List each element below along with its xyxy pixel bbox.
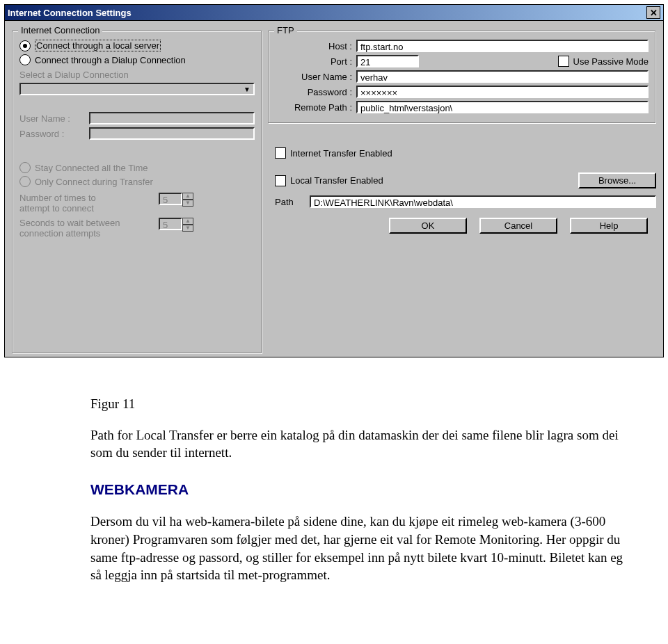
radio-label: Connect through a Dialup Connection	[35, 55, 186, 65]
group-legend: Internet Connection	[18, 25, 102, 35]
radio-dialup-row[interactable]: Connect through a Dialup Connection	[19, 54, 255, 65]
wait-label-1: Seconds to wait between	[19, 218, 159, 228]
ftp-group: FTP Host : ftp.start.no Port : 21 Use Pa…	[268, 31, 656, 124]
wait-spinner[interactable]: 5 ▲▼	[159, 218, 193, 232]
radio-local-server-row[interactable]: Connect through a local server	[19, 40, 255, 51]
ftp-remote-input[interactable]: public_html\verstasjon\	[356, 101, 649, 113]
internet-connection-group: Internet Connection Connect through a lo…	[12, 31, 262, 354]
wait-label-2: connection attempts	[19, 228, 159, 239]
dialup-select[interactable]: ▼	[19, 83, 255, 95]
radio-stay-connected[interactable]: Stay Connected all the Time	[19, 162, 255, 173]
select-dialup-label: Select a Dialup Connection	[19, 70, 129, 80]
spin-down-icon[interactable]: ▼	[182, 200, 193, 207]
close-button[interactable]: ✕	[646, 6, 660, 19]
chevron-down-icon: ▼	[244, 86, 250, 93]
radio-label: Stay Connected all the Time	[35, 163, 148, 173]
ftp-remote-label: Remote Path :	[276, 102, 356, 113]
paragraph: Dersom du vil ha web-kamera-bilete på si…	[90, 513, 626, 584]
spin-up-icon[interactable]: ▲	[182, 193, 193, 200]
figure-caption: Figur 11	[90, 395, 626, 413]
close-icon: ✕	[650, 8, 658, 18]
wait-value: 5	[159, 218, 182, 230]
ftp-user-label: User Name :	[276, 72, 356, 82]
paragraph: Path for Local Transfer er berre ein kat…	[90, 426, 626, 462]
titlebar: Internet Connection Settings ✕	[5, 5, 663, 21]
radio-icon	[19, 176, 31, 187]
settings-dialog: Internet Connection Settings ✕ Internet …	[4, 4, 664, 357]
ftp-pass-input[interactable]: ×××××××	[356, 86, 649, 98]
dialup-pass-input[interactable]	[89, 127, 255, 140]
ftp-user-input[interactable]: verhav	[356, 70, 649, 83]
ftp-host-label: Host :	[276, 41, 356, 51]
ftp-host-input[interactable]: ftp.start.no	[356, 40, 649, 52]
radio-only-transfer[interactable]: Only Connect during Transfer	[19, 176, 255, 187]
cancel-button[interactable]: Cancel	[479, 218, 557, 234]
attempts-label-1: Number of times to	[19, 193, 159, 203]
dialup-pass-label: Password :	[19, 129, 89, 139]
section-heading: WEBKAMERA	[90, 480, 626, 499]
path-label: Path	[275, 197, 310, 207]
local-transfer-checkbox[interactable]	[275, 175, 286, 186]
internet-transfer-label: Internet Transfer Enabled	[290, 148, 392, 159]
document-body: Figur 11 Path for Local Transfer er berr…	[0, 362, 668, 625]
passive-mode-checkbox[interactable]	[558, 56, 569, 67]
internet-transfer-row[interactable]: Internet Transfer Enabled	[268, 147, 656, 159]
ok-button[interactable]: OK	[389, 218, 467, 234]
passive-mode-label: Use Passive Mode	[573, 56, 649, 67]
group-legend: FTP	[274, 25, 297, 35]
attempts-label-2: attempt to connect	[19, 203, 159, 214]
spin-up-icon[interactable]: ▲	[182, 218, 193, 225]
dialup-user-label: User Name :	[19, 113, 89, 124]
browse-button[interactable]: Browse...	[578, 172, 656, 188]
ftp-port-label: Port :	[276, 56, 356, 67]
dialup-user-input[interactable]	[89, 112, 255, 124]
local-transfer-label: Local Transfer Enabled	[290, 175, 383, 186]
attempts-value: 5	[159, 193, 182, 205]
radio-icon	[19, 54, 31, 65]
checkbox-icon	[275, 147, 286, 159]
radio-label: Connect through a local server	[35, 40, 161, 51]
radio-icon	[19, 40, 31, 51]
radio-icon	[19, 162, 31, 173]
ftp-pass-label: Password :	[276, 87, 356, 97]
ftp-port-input[interactable]: 21	[356, 55, 419, 67]
attempts-spinner[interactable]: 5 ▲▼	[159, 193, 193, 207]
help-button[interactable]: Help	[570, 218, 648, 234]
radio-label: Only Connect during Transfer	[35, 177, 153, 187]
window-title: Internet Connection Settings	[8, 8, 132, 18]
spin-down-icon[interactable]: ▼	[182, 225, 193, 232]
path-input[interactable]: D:\WEATHERLINK\Ravn\webdata\	[310, 195, 656, 208]
